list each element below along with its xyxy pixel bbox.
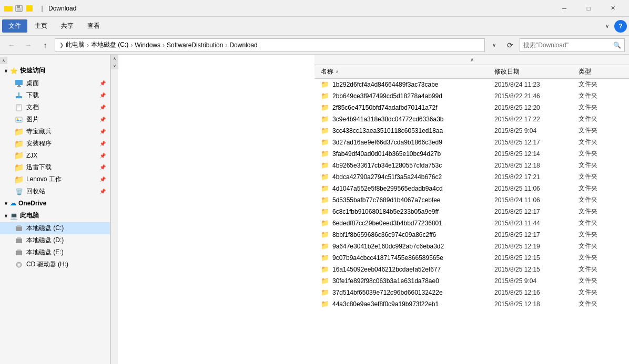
- table-row[interactable]: 📁 5d5355bafb77c7689d1b4067a7cebfee 2015/…: [314, 194, 629, 206]
- folder-small-icon: 📁: [321, 92, 329, 100]
- up-button[interactable]: ↑: [38, 38, 53, 53]
- pictures-label: 图片: [26, 115, 39, 124]
- file-name-cell: 📁 3d27ad16ae9ef66d37cda9b1866c3ed9: [317, 138, 490, 146]
- folder-small-icon: 📁: [321, 219, 329, 227]
- table-row[interactable]: 📁 16a145092eeb046212bcdaefa52ef677 2015/…: [314, 264, 629, 275]
- table-row[interactable]: 📁 8bbf1f8b659686c36c974c09a86c2ff6 2015/…: [314, 229, 629, 241]
- quick-access-header[interactable]: ∨ ⭐ 快速访问: [0, 64, 110, 77]
- file-list[interactable]: 📁 1b292d6fcf4a4d84664489f3ac73cabe 2015/…: [314, 79, 629, 364]
- sidebar-drive-c[interactable]: 本地磁盘 (C:): [0, 222, 110, 234]
- sidebar-item-folder2[interactable]: 📁 安装程序 📌: [0, 138, 110, 150]
- sidebar-scroll-up-btn[interactable]: ∧: [111, 55, 118, 62]
- table-row[interactable]: 📁 4d1047a552e5f8be299565edadb9a4cd 2015/…: [314, 183, 629, 194]
- path-download[interactable]: Download: [229, 41, 257, 49]
- path-this-pc[interactable]: 此电脑: [66, 40, 85, 49]
- thunder-icon: 📁: [15, 163, 23, 172]
- sidebar-item-pictures[interactable]: 图片 📌: [0, 113, 110, 126]
- table-row[interactable]: 📁 2f85c6e47150bfd74adafbd70141a72f 2015/…: [314, 102, 629, 113]
- sidebar-drive-h[interactable]: CD 驱动器 (H:): [0, 258, 110, 271]
- sidebar-item-docs[interactable]: 文档 📌: [0, 101, 110, 113]
- sidebar-scroll-down-btn[interactable]: ∨: [111, 62, 118, 69]
- table-row[interactable]: 📁 2bb649ce3f947499cd5d18278a4ab99d 2015/…: [314, 90, 629, 102]
- refresh-button[interactable]: ⟳: [503, 38, 518, 53]
- svg-rect-11: [18, 92, 19, 96]
- table-row[interactable]: 📁 4bdca42790a2794c51f3a5a244b676c2 2015/…: [314, 171, 629, 183]
- file-name-cell: 📁 4b9265e33617cb34e1280557cfda753c: [317, 161, 490, 169]
- thunder-label: 迅雷下载: [26, 163, 52, 172]
- table-row[interactable]: 📁 9a647e3041b2e160dc992ab7c6eba3d2 2015/…: [314, 241, 629, 252]
- file-date-cell: 2015/8/22 17:21: [490, 173, 574, 181]
- sidebar-item-desktop[interactable]: 桌面 📌: [0, 77, 110, 89]
- pin-icon-folder1: 📌: [99, 129, 106, 134]
- menu-view[interactable]: 查看: [81, 19, 106, 33]
- pin-icon-download: 📌: [99, 92, 106, 98]
- onedrive-header[interactable]: ∨ ☁ OneDrive: [0, 197, 110, 209]
- file-name: 3fab49df40ad0d014b365e10bc94d27b: [332, 150, 441, 158]
- file-type-cell: 文件夹: [574, 184, 627, 193]
- search-box[interactable]: 🔍: [520, 38, 625, 52]
- sidebar-item-lenovo[interactable]: 📁 Lenovo 工作 📌: [0, 173, 110, 185]
- forward-button[interactable]: →: [21, 38, 36, 53]
- back-button[interactable]: ←: [4, 38, 19, 53]
- table-row[interactable]: 📁 1b292d6fcf4a4d84664489f3ac73cabe 2015/…: [314, 79, 629, 90]
- path-windows[interactable]: Windows: [135, 41, 160, 49]
- path-sep-1: ›: [87, 41, 89, 49]
- path-softwaredist[interactable]: SoftwareDistribution: [167, 41, 223, 49]
- table-row[interactable]: 📁 44a3c80e9ae3ef8f0c9a19b973f22eb1 2015/…: [314, 298, 629, 310]
- minimize-button[interactable]: ─: [552, 0, 576, 17]
- table-row[interactable]: 📁 37d514bf65039e712c96bd660132422e 2015/…: [314, 287, 629, 298]
- menu-share[interactable]: 共享: [55, 19, 80, 33]
- table-row[interactable]: 📁 4b9265e33617cb34e1280557cfda753c 2015/…: [314, 160, 629, 171]
- table-row[interactable]: 📁 30fe1fe892f98c063b3a1e631da78ae0 2015/…: [314, 275, 629, 287]
- col-header-date[interactable]: 修改日期: [490, 67, 574, 76]
- maximize-button[interactable]: □: [576, 0, 601, 17]
- sidebar-item-zjx[interactable]: 📁 ZJX 📌: [0, 150, 110, 161]
- ribbon-toggle[interactable]: ∨: [602, 21, 612, 32]
- table-row[interactable]: 📁 9c07b9a4cbcc418717455e866589565e 2015/…: [314, 252, 629, 264]
- file-name: 3d27ad16ae9ef66d37cda9b1866c3ed9: [332, 139, 442, 146]
- file-type-cell: 文件夹: [574, 149, 627, 158]
- help-button[interactable]: ?: [614, 20, 627, 33]
- menu-file[interactable]: 文件: [2, 19, 27, 33]
- address-dropdown[interactable]: ∨: [487, 38, 501, 52]
- sidebar-item-recycle[interactable]: 🗑️ 回收站 📌: [0, 185, 110, 197]
- col-header-name[interactable]: 名称 ∧: [317, 67, 490, 76]
- table-row[interactable]: 📁 6c8c1fbb910680184b5e233b05a9e9ff 2015/…: [314, 206, 629, 217]
- sidebar-item-folder1[interactable]: 📁 寺宝藏兵 📌: [0, 126, 110, 138]
- table-row[interactable]: 📁 6ededf87cc29be0eed3b4bbd77236801 2015/…: [314, 217, 629, 229]
- pin-icon-folder2: 📌: [99, 141, 106, 147]
- separator: |: [38, 4, 46, 13]
- file-date-cell: 2015/8/25 12:18: [490, 300, 574, 308]
- sidebar-drive-d[interactable]: 本地磁盘 (D:): [0, 234, 110, 246]
- close-button[interactable]: ✕: [601, 0, 625, 17]
- address-path[interactable]: ❯ 此电脑 › 本地磁盘 (C:) › Windows › SoftwareDi…: [55, 38, 485, 52]
- svg-rect-23: [16, 251, 22, 255]
- search-input[interactable]: [523, 41, 611, 49]
- sidebar-scroll-up[interactable]: ∧: [0, 57, 7, 64]
- sidebar-item-download[interactable]: 下载 📌: [0, 89, 110, 101]
- pin-icon-docs: 📌: [99, 105, 106, 110]
- file-name: 6c8c1fbb910680184b5e233b05a9e9ff: [332, 208, 439, 215]
- table-row[interactable]: 📁 3cc438cc13aea3510118c60531ed18aa 2015/…: [314, 125, 629, 137]
- download-label: 下载: [26, 91, 39, 100]
- sidebar-item-thunder[interactable]: 📁 迅雷下载 📌: [0, 161, 110, 173]
- table-row[interactable]: 📁 3fab49df40ad0d014b365e10bc94d27b 2015/…: [314, 148, 629, 160]
- menu-bar: 文件 主页 共享 查看 ∨ ?: [0, 17, 629, 36]
- menu-home[interactable]: 主页: [28, 19, 54, 33]
- address-bar: ← → ↑ ❯ 此电脑 › 本地磁盘 (C:) › Windows › Soft…: [0, 36, 629, 55]
- svg-rect-1: [4, 6, 8, 7]
- sidebar-drive-e[interactable]: 本地磁盘 (E:): [0, 246, 110, 258]
- file-date-cell: 2015/8/25 11:06: [490, 185, 574, 192]
- search-icon[interactable]: 🔍: [613, 41, 621, 49]
- path-c-drive[interactable]: 本地磁盘 (C:): [91, 40, 128, 49]
- folder-small-icon: 📁: [321, 254, 329, 262]
- table-row[interactable]: 📁 3c9e4b941a318e38dc04772cd6336a3b 2015/…: [314, 113, 629, 125]
- table-row[interactable]: 📁 3d27ad16ae9ef66d37cda9b1866c3ed9 2015/…: [314, 137, 629, 148]
- file-name: 2bb649ce3f947499cd5d18278a4ab99d: [332, 92, 442, 100]
- svg-rect-8: [17, 86, 21, 87]
- thispc-header[interactable]: ∨ 💻 此电脑: [0, 209, 110, 222]
- file-type-cell: 文件夹: [574, 91, 627, 100]
- file-name: 16a145092eeb046212bcdaefa52ef677: [332, 266, 441, 273]
- svg-rect-24: [17, 249, 21, 251]
- col-header-type[interactable]: 类型: [574, 67, 627, 76]
